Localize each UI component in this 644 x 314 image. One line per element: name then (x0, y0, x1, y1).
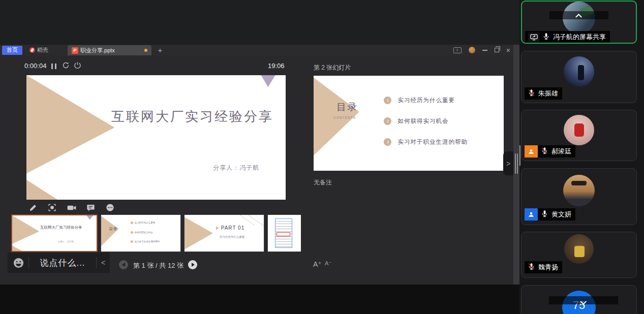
participant-tile[interactable]: 朱振雄 (521, 51, 637, 103)
smiley-icon (13, 257, 24, 269)
next-slide-button[interactable] (188, 260, 197, 269)
account-avatar[interactable] (469, 47, 475, 53)
unsaved-indicator-dot (144, 49, 147, 52)
avatar (563, 175, 595, 206)
thumb1-title: 互联网大厂实习经验分享 (27, 225, 95, 230)
collapse-tile-button[interactable] (549, 11, 608, 19)
next-slide-preview: 目录 CONTENTS 1 实习经历为什么重要 2 如何获得实习机会 3 实习对… (314, 76, 504, 171)
wps-tab-bar: 首页 稻壳 P 职业分享.pptx + 1 × (0, 45, 513, 55)
tab-docer[interactable]: 稻壳 (25, 46, 52, 55)
participant-label: 冯子航的屏幕共享 (525, 31, 610, 43)
notes-font-increase-button[interactable]: A⁺ (313, 260, 322, 268)
thumb3-part: PART 01 (221, 225, 244, 231)
restore-button[interactable] (495, 48, 499, 52)
expand-tile-button[interactable] (549, 296, 618, 304)
more-icon (105, 203, 115, 212)
more-button[interactable] (105, 202, 115, 213)
minimize-button[interactable] (482, 50, 487, 51)
pause-button[interactable] (50, 62, 58, 70)
power-icon (74, 61, 81, 71)
mic-on-icon (541, 210, 548, 219)
thumb1-subtitle: 分享人：冯子航 (58, 240, 74, 243)
participant-name: 魏青扬 (538, 263, 558, 272)
laser-pointer-button[interactable] (47, 202, 57, 213)
page-indicator: 第 1 张 / 共 12 张 (133, 261, 183, 270)
participant-tile-overflow[interactable]: 75 (521, 285, 637, 314)
new-tab-button[interactable]: + (155, 45, 165, 55)
meeting-screen: 首页 稻壳 P 职业分享.pptx + 1 × 0:00:04 (0, 0, 644, 314)
participant-sidebar: 冯子航的屏幕共享 朱振雄 (519, 0, 644, 314)
comment-button[interactable] (85, 202, 96, 213)
tab-home[interactable]: 首页 (2, 46, 22, 55)
chat-placeholder[interactable]: 说点什么... (29, 257, 96, 269)
pause-icon (51, 64, 56, 69)
tab-docer-label: 稻壳 (37, 46, 48, 54)
participant-name: 郝浚廷 (551, 147, 571, 156)
pen-button[interactable] (27, 202, 38, 213)
participant-label: 黄文妍 (525, 208, 575, 221)
camera-button[interactable] (66, 202, 77, 213)
person-icon (528, 148, 535, 155)
refresh-icon (62, 61, 70, 71)
chat-collapse-button[interactable]: < (97, 259, 110, 267)
slide-tan-triangle (26, 75, 286, 200)
annotation-toolbar (27, 202, 115, 213)
speaker-notes: 无备注 (314, 178, 332, 187)
slide-title: 互联网大厂实习经验分享 (104, 108, 281, 125)
preview-toc-title: 目录 (336, 101, 358, 114)
current-time: 19:06 (268, 62, 285, 70)
tab-document-label: 职业分享.pptx (80, 47, 115, 54)
thumbnail-slide-3[interactable]: PART 01 实习经历为什么重要 (184, 214, 264, 252)
restart-button[interactable] (62, 62, 70, 70)
end-show-button[interactable] (73, 62, 81, 70)
slide-presenter-line: 分享人：冯子航 (213, 164, 259, 172)
panel-expand-handle[interactable]: > (503, 151, 513, 175)
person-icon (528, 211, 535, 218)
pen-icon (28, 203, 38, 212)
chat-input-bar[interactable]: 说点什么... < (8, 253, 110, 273)
participant-tile[interactable]: 黄文妍 (521, 168, 637, 225)
participant-tile[interactable]: 魏青扬 (521, 232, 637, 278)
role-badge-orange (525, 145, 538, 158)
comment-icon (86, 203, 96, 212)
avatar (564, 234, 594, 264)
participant-name: 朱振雄 (538, 89, 558, 98)
split-view-icon[interactable]: 1 (453, 47, 462, 53)
shared-screen-top-background (0, 0, 519, 45)
current-slide-canvas[interactable]: 互联网大厂实习经验分享 分享人：冯子航 (26, 75, 286, 200)
thumbnail-slide-2[interactable]: 目录 实习经历为什么重要 如何获得实习机会 实习对于职业生涯的帮助 (101, 214, 181, 252)
tab-document[interactable]: P 职业分享.pptx (68, 45, 151, 55)
slide-thumbnail-strip: 互联网大厂实习经验分享 分享人：冯子航 目录 实习经历为什么重要 如何获得实习机… (11, 214, 301, 253)
next-slide-header: 第 2 张幻灯片 (314, 64, 351, 72)
participant-label: 魏青扬 (525, 261, 562, 273)
notes-font-decrease-button[interactable]: A⁻ (325, 260, 331, 267)
mic-muted-icon (528, 89, 535, 99)
sidebar-scrollbar[interactable] (519, 145, 520, 166)
participant-name: 黄文妍 (551, 210, 571, 219)
mic-muted-icon (541, 147, 548, 156)
preview-toc-subtitle: CONTENTS (333, 116, 356, 119)
chevron-down-icon (580, 298, 587, 305)
elapsed-timer: 0:00:04 (24, 62, 46, 70)
shared-screen-bottom-background (0, 285, 519, 314)
thumb2-title: 目录 (109, 227, 118, 232)
sidebar-splitter[interactable] (513, 45, 519, 285)
participant-tile[interactable]: 郝浚廷 (521, 110, 637, 161)
next-icon (192, 263, 195, 267)
avatar (564, 115, 594, 145)
ppt-file-icon: P (72, 47, 78, 54)
emoji-button[interactable] (13, 257, 24, 269)
camera-icon (67, 203, 77, 213)
previous-icon (122, 263, 125, 267)
participant-label: 郝浚廷 (525, 145, 575, 158)
role-badge-blue (525, 208, 538, 221)
previous-slide-button[interactable] (119, 260, 128, 269)
participant-tile-sharer[interactable]: 冯子航的屏幕共享 (521, 1, 637, 44)
thumbnail-slide-4[interactable] (267, 214, 301, 252)
close-button[interactable]: × (506, 47, 510, 54)
thumb3-caption: 实习经历为什么重要 (220, 235, 245, 239)
thumbnail-slide-1-selected[interactable]: 互联网大厂实习经验分享 分享人：冯子航 (11, 214, 98, 252)
docer-icon (29, 47, 35, 53)
participant-label: 朱振雄 (525, 87, 562, 100)
chevron-up-icon (576, 13, 582, 20)
